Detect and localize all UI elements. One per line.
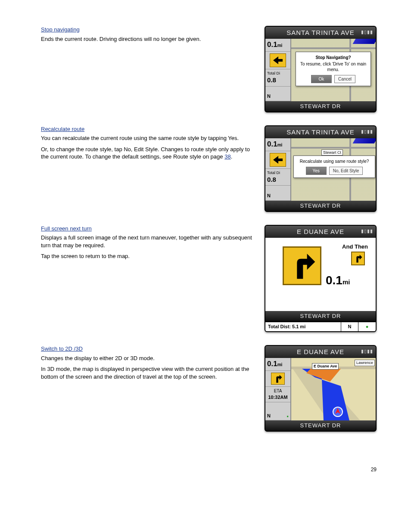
dialog-recalc: Recalculate using same route style? Yes … (293, 156, 375, 178)
para: Displays a full screen image of the next… (41, 234, 252, 249)
road-label: Stewart Ct (321, 149, 343, 156)
total-value: 0.8 (267, 175, 289, 184)
section-fullscreen: Full screen next turn Displays a full sc… (41, 225, 381, 333)
distance-unit: mi (342, 278, 350, 286)
compass-cell: N (265, 87, 290, 102)
map-3d[interactable]: E Duane Ave Lawrence 0.1mi ETA (265, 358, 376, 420)
road (291, 147, 376, 149)
dialog-body: To resume, click 'Drive To' on main menu… (299, 61, 368, 73)
heading-recalc: Recalculate route (41, 125, 252, 133)
screenshot-stop: SANTA TRINITA AVE ▮▯▮▮ 0.1mi (265, 26, 381, 112)
body-recalc: You can recalculate the current route us… (41, 134, 252, 161)
turn-right-icon (283, 246, 321, 285)
road (291, 47, 376, 49)
para: Changes the display to either 2D or 3D m… (41, 355, 252, 362)
heading-stop: Stop navigating (41, 26, 252, 34)
turn-cell (265, 52, 290, 69)
text-col: Full screen next turn Displays a full sc… (41, 225, 252, 264)
total-cell: Total Di 0.8 (265, 169, 290, 186)
turn-display[interactable]: And Then 0.1mi (265, 238, 376, 311)
bottom-street: STEWART DR (265, 201, 376, 211)
distance-value: 0.1 (326, 274, 342, 287)
status-bar: Total Dist: 5.1 mi N ● (265, 321, 376, 331)
section-stop-navigating: Stop navigating Ends the current route. … (41, 26, 381, 112)
distance-value: 0.1 (267, 140, 277, 148)
next-turn-right-icon (351, 252, 365, 265)
title-bar: E DUANE AVE ▮▯▮▮ (265, 226, 376, 238)
status-compass: N (341, 322, 358, 331)
dialog-buttons: Ok Cancel (299, 75, 368, 84)
eta-label: ETA (267, 388, 289, 394)
top-street: SANTA TRINITA AVE (286, 29, 355, 36)
ok-button[interactable]: Ok (311, 75, 332, 84)
top-street: E DUANE AVE (297, 348, 344, 355)
turn-left-icon (270, 53, 286, 67)
turn-cell (265, 371, 290, 387)
section-recalculate: Recalculate route You can recalculate th… (41, 125, 381, 212)
screenshot-recalc: SANTA TRINITA AVE ▮▯▮▮ 0.1mi (265, 125, 381, 212)
text-col: Stop navigating Ends the current route. … (41, 26, 252, 46)
heading-switch: Switch to 2D /3D (41, 345, 252, 353)
gps-dot-icon: ● (286, 414, 289, 419)
total-label: Total Di (267, 71, 289, 76)
signal-icon: ▮▯▮▮ (361, 29, 373, 35)
dialog-stop: Stop Navigating? To resume, click 'Drive… (296, 52, 371, 86)
left-panel: 0.1mi Total Di 0.8 N (265, 138, 291, 201)
compass: N (267, 413, 271, 419)
distance-unit: mi (277, 143, 283, 147)
status-gps-icon: ● (358, 322, 376, 331)
text-col: Recalculate route You can recalculate th… (41, 125, 252, 164)
total-value: 0.8 (267, 76, 289, 84)
para: Tap the screen to return to the map. (41, 252, 252, 260)
signal-icon: ▮▯▮▮ (361, 128, 373, 135)
road-label-duane: E Duane Ave (312, 363, 339, 369)
para-text: Or, to change the route style, tap No, E… (41, 146, 250, 160)
signal-icon: ▮▯▮▮ (361, 348, 373, 355)
body-fullscreen: Displays a full screen image of the next… (41, 234, 252, 260)
map-area: 0.1mi Total Di 0.8 N (265, 138, 376, 201)
compass: N (267, 93, 271, 100)
page-ref-link[interactable]: 38 (224, 153, 230, 160)
distance-unit: mi (277, 362, 283, 367)
distance-value: 0.1 (267, 360, 277, 368)
total-cell: Total Di 0.8 (265, 69, 290, 86)
device-frame: E DUANE AVE ▮▯▮▮ And Then 0.1mi STEWART … (265, 225, 377, 333)
dialog-buttons: Yes No, Edit Style (296, 167, 372, 175)
status-total-dist: Total Dist: 5.1 mi (265, 322, 341, 331)
device-frame: SANTA TRINITA AVE ▮▯▮▮ 0.1mi (265, 26, 377, 112)
left-panel: 0.1mi Total Di 0.8 N (265, 39, 291, 101)
bottom-street: STEWART DR (265, 311, 376, 322)
no-edit-style-button[interactable]: No, Edit Style (329, 167, 363, 175)
route-segment (353, 138, 376, 143)
cancel-button[interactable]: Cancel (334, 75, 355, 84)
dialog-body: Recalculate using same route style? (296, 159, 372, 165)
and-then-label: And Then (342, 243, 368, 251)
dialog-title: Stop Navigating? (299, 55, 368, 61)
big-distance: 0.1mi (326, 272, 350, 289)
section-switch-2d3d: Switch to 2D /3D Changes the display to … (41, 345, 381, 432)
turn-right-icon (271, 373, 285, 385)
eta-cell: ETA 10:32AM (265, 387, 290, 402)
road-label-lawrence: Lawrence (355, 360, 375, 366)
page: Stop navigating Ends the current route. … (0, 0, 411, 490)
eta-value: 10:32AM (267, 394, 289, 401)
top-street: E DUANE AVE (297, 228, 344, 235)
title-bar: E DUANE AVE ▮▯▮▮ (265, 346, 376, 358)
distance-cell: 0.1mi (265, 39, 290, 52)
screenshot-3d: E DUANE AVE ▮▯▮▮ E Duane Ave Lawrence (265, 345, 381, 432)
title-bar: SANTA TRINITA AVE ▮▯▮▮ (265, 126, 376, 138)
title-bar: SANTA TRINITA AVE ▮▯▮▮ (265, 27, 376, 39)
body-stop: Ends the current route. Driving directio… (41, 35, 252, 43)
device-frame: E DUANE AVE ▮▯▮▮ E Duane Ave Lawrence (265, 345, 377, 432)
distance-cell: 0.1mi (265, 358, 290, 371)
compass: N (267, 193, 271, 199)
text-col: Switch to 2D /3D Changes the display to … (41, 345, 252, 384)
turn-cell (265, 151, 290, 169)
yes-button[interactable]: Yes (306, 167, 327, 175)
turn-left-icon (270, 153, 286, 167)
route-segment (353, 39, 376, 44)
heading-fullscreen: Full screen next turn (41, 225, 252, 233)
top-street: SANTA TRINITA AVE (286, 128, 355, 136)
distance-cell: 0.1mi (265, 138, 290, 151)
body-switch: Changes the display to either 2D or 3D m… (41, 355, 252, 381)
